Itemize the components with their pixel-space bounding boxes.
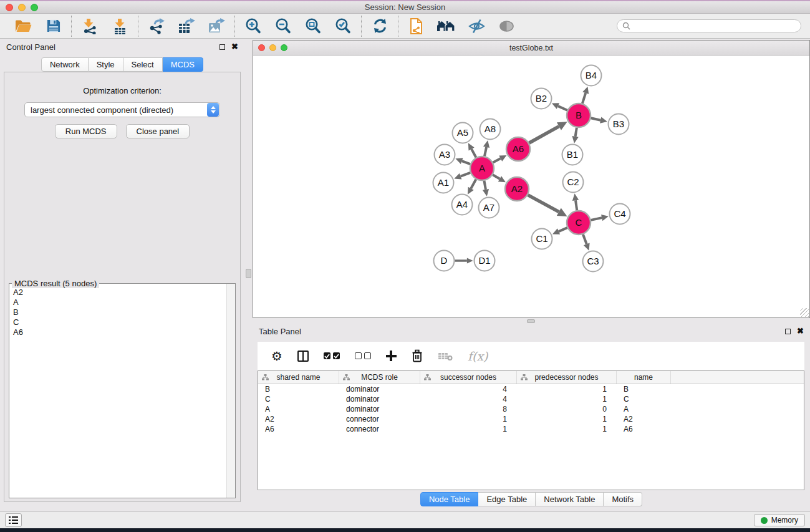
hide-selected-button[interactable] [466,16,486,36]
network-window-titlebar[interactable]: testGlobe.txt [253,41,809,56]
table-cell: C [258,395,339,404]
graph-edge-A-A6[interactable] [493,158,501,162]
checked-box-icon [333,352,340,359]
new-network-from-selection-button[interactable] [407,16,427,36]
zoom-fit-button[interactable] [303,16,323,36]
tab-network[interactable]: Network [41,57,89,72]
open-session-button[interactable] [13,16,33,36]
export-image-button[interactable] [206,16,226,36]
search-input[interactable] [634,22,796,31]
graph-edge-A-A3[interactable] [462,161,471,164]
graph-edge-A-A7[interactable] [484,181,485,190]
result-scrollbar[interactable] [226,284,235,498]
memory-button[interactable]: Memory [754,514,805,526]
float-panel-icon[interactable] [785,329,791,334]
save-session-button[interactable] [43,16,63,36]
table-row[interactable]: Cdominator41C [258,394,804,404]
result-item[interactable]: C [10,317,226,327]
graph-edge-C-C3[interactable] [583,235,587,244]
mcds-result-list[interactable]: A2ABCA6 [10,288,226,497]
graph-edge-A2-C[interactable] [528,195,559,212]
graph-node-label: A3 [439,149,450,160]
toolbar-group-session [5,16,71,36]
graph-edge-A-A1[interactable] [461,173,471,177]
delete-columns-button[interactable] [412,349,423,362]
column-header-MCDS-role[interactable]: MCDS role [339,371,420,384]
network-zoom-button[interactable] [281,44,287,51]
export-network-button[interactable] [147,16,166,36]
gear-icon: ⚙ [271,350,282,362]
float-panel-icon[interactable] [219,44,225,50]
close-window-button[interactable] [6,4,13,11]
task-history-button[interactable] [5,513,22,527]
minimize-window-button[interactable] [18,4,26,11]
close-panel-icon[interactable]: ✖ [231,44,238,50]
toolbar-group-import [72,16,138,36]
network-close-button[interactable] [258,44,265,51]
table-row[interactable]: A2connector11A2 [258,414,804,424]
result-item[interactable]: A2 [10,288,226,297]
tab-node-table[interactable]: Node Table [420,492,479,506]
import-network-button[interactable] [80,16,100,36]
column-header-shared-name[interactable]: shared name [258,371,339,384]
criterion-dropdown[interactable]: largest connected component (directed) [24,102,220,117]
select-all-button[interactable] [324,352,340,359]
zoom-in-button[interactable] [243,16,263,36]
table-settings-button[interactable]: ⚙ [271,350,282,362]
graph-edge-C-C2[interactable] [576,200,577,210]
graph-edge-C-C4[interactable] [591,218,602,220]
run-mcds-button[interactable]: Run MCDS [55,124,117,138]
graph-edge-A-A5[interactable] [471,149,476,158]
tab-edge-table[interactable]: Edge Table [478,492,536,506]
graph-node-label: A [479,163,485,173]
tab-style[interactable]: Style [89,57,123,72]
network-canvas[interactable]: AA1A2A3A4A5A6A7A8BB1B2B3B4CC1C2C3C4DD1 [253,56,809,317]
export-table-button[interactable] [176,16,196,36]
split-divider-handle[interactable] [246,269,251,278]
graph-edge-B-B4[interactable] [582,93,586,104]
graph-edge-A6-B[interactable] [529,127,559,143]
close-panel-icon[interactable]: ✖ [797,328,804,334]
graph-edge-A-A8[interactable] [485,147,486,157]
column-header-name[interactable]: name [617,371,671,384]
create-column-button[interactable] [386,351,397,361]
tab-mcds[interactable]: MCDS [163,57,203,72]
column-header-predecessor-nodes[interactable]: predecessor nodes [517,371,617,384]
import-table-button[interactable] [110,16,130,36]
graph-edge-A-A2[interactable] [493,175,499,179]
graph-edge-C-C1[interactable] [559,228,567,231]
result-item[interactable]: B [10,307,226,317]
network-minimize-button[interactable] [269,44,276,51]
table-row[interactable]: Bdominator41B [258,384,804,394]
export-table-icon [178,18,195,34]
zoom-selected-button[interactable] [333,16,353,36]
window-resize-grip[interactable] [800,308,809,317]
function-icon: f(x) [468,349,488,363]
zoom-window-button[interactable] [31,4,38,11]
graph-edge-B-B1[interactable] [576,128,577,137]
zoom-fit-icon [304,17,322,35]
close-panel-button[interactable]: Close panel [126,124,190,138]
first-neighbors-button[interactable] [436,16,456,36]
graph-edge-B-B2[interactable] [558,106,567,110]
refresh-button[interactable] [370,16,390,36]
search-field[interactable] [617,19,801,32]
table-row[interactable]: A6connector11A6 [258,424,804,434]
zoom-out-button[interactable] [273,16,293,36]
table-cell: 1 [420,425,517,433]
column-header-successor-nodes[interactable]: successor nodes [420,371,517,384]
show-columns-button[interactable] [297,351,309,362]
result-item[interactable]: A6 [10,327,226,337]
show-all-button[interactable] [496,16,516,36]
table-cell: dominator [339,405,420,414]
graph-edge-A-A4[interactable] [471,180,476,189]
deselect-all-button[interactable] [355,352,371,359]
column-attribute-icon [424,374,431,380]
graph-edge-B-B3[interactable] [591,118,601,120]
network-graph[interactable]: AA1A2A3A4A5A6A7A8BB1B2B3B4CC1C2C3C4DD1 [253,56,809,317]
result-item[interactable]: A [10,297,226,307]
tab-select[interactable]: Select [123,57,163,72]
table-row[interactable]: Adominator80A [258,404,804,414]
tab-network-table[interactable]: Network Table [536,492,604,506]
tab-motifs[interactable]: Motifs [604,492,642,506]
